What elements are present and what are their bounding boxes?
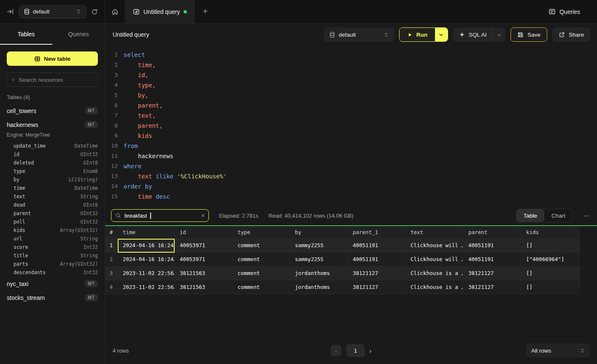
home-tab[interactable] xyxy=(105,0,125,23)
rows-per-page-value: All rows xyxy=(531,348,551,354)
column-header-type[interactable]: type xyxy=(232,226,290,239)
tab-untitled-query[interactable]: Untitled query xyxy=(125,0,195,23)
table-cell[interactable]: [] xyxy=(521,239,580,253)
code-line: 10from xyxy=(108,141,597,151)
sql-token: ilike xyxy=(156,173,173,180)
column-header-parent[interactable]: parent xyxy=(463,226,521,239)
code-text: by, xyxy=(124,90,149,100)
table-cell[interactable]: sammy2255 xyxy=(290,253,348,267)
run-button[interactable]: Run xyxy=(400,28,435,41)
table-cell[interactable]: 2023-11-02 22:56… xyxy=(118,280,175,294)
row-number[interactable]: 4 xyxy=(105,280,118,294)
table-cell[interactable]: sammy2255 xyxy=(290,239,348,253)
resource-search[interactable] xyxy=(7,73,98,87)
sidebar: Tables Queries New table Tables (4) cell… xyxy=(0,24,105,364)
table-cell[interactable]: 38121127 xyxy=(348,267,405,280)
topbar-database-selector[interactable]: default xyxy=(19,5,86,19)
more-options-button[interactable]: ⋯ xyxy=(583,212,590,220)
table-cell[interactable]: comment xyxy=(232,239,290,253)
sql-token xyxy=(124,112,138,119)
column-row: parentUInt32 xyxy=(0,209,105,218)
rows-per-page-select[interactable]: All rows xyxy=(526,343,590,358)
table-cell[interactable]: Clickhouse is a … xyxy=(405,267,463,280)
sidebar-toggle-button[interactable] xyxy=(7,8,14,15)
play-icon xyxy=(407,32,413,38)
column-row: titleString xyxy=(0,251,105,260)
save-button[interactable]: Save xyxy=(511,27,547,42)
table-cell[interactable]: 38121563 xyxy=(175,280,232,294)
line-number: 6 xyxy=(108,100,118,111)
queries-button[interactable]: Queries xyxy=(548,0,597,23)
table-cell[interactable]: [] xyxy=(521,267,580,280)
results-search-input[interactable]: breakfast × xyxy=(111,209,209,222)
table-cell[interactable]: 2024-04-16 16:24… xyxy=(118,253,175,267)
table-cell[interactable]: 40053971 xyxy=(175,253,232,267)
table-cell[interactable]: 40051191 xyxy=(348,239,405,253)
new-tab-button[interactable]: + xyxy=(195,0,215,23)
row-number[interactable]: 2 xyxy=(105,253,118,267)
column-header-kids[interactable]: kids xyxy=(521,226,580,239)
table-cell[interactable]: Clickhouse will … xyxy=(405,239,463,253)
column-header-time[interactable]: time xyxy=(118,226,175,239)
previous-page-button[interactable]: ‹ xyxy=(331,345,342,356)
row-number[interactable]: 1 xyxy=(105,239,118,253)
column-name: score xyxy=(14,244,28,250)
column-header-by[interactable]: by xyxy=(290,226,348,239)
column-type: UInt8 xyxy=(83,160,98,166)
sidebar-tab-tables[interactable]: Tables xyxy=(0,24,52,44)
sidebar-table-stocks_stream[interactable]: stocks_streamMT xyxy=(0,291,105,305)
table-cell[interactable]: jordanthoms xyxy=(290,267,348,280)
resource-search-input[interactable] xyxy=(19,77,93,83)
table-cell[interactable]: [] xyxy=(521,280,580,294)
table-cell[interactable]: comment xyxy=(232,253,290,267)
sql-editor[interactable]: 1select2 time,3 id,4 type,5 by,6 parent,… xyxy=(105,46,597,206)
column-name: title xyxy=(14,253,28,259)
table-cell[interactable]: 40051191 xyxy=(463,253,521,267)
table-cell[interactable]: 38121563 xyxy=(175,267,232,280)
table-cell[interactable]: Clickhouse will … xyxy=(405,253,463,267)
code-text: text, xyxy=(124,111,156,121)
table-cell[interactable]: 40051191 xyxy=(348,253,405,267)
share-button[interactable]: Share xyxy=(552,27,590,42)
line-number: 7 xyxy=(108,111,118,121)
table-cell[interactable]: 38121127 xyxy=(348,280,405,294)
new-table-button[interactable]: New table xyxy=(7,51,98,66)
table-cell[interactable]: comment xyxy=(232,280,290,294)
sidebar-table-hackernews[interactable]: hackernewsMT xyxy=(0,118,105,132)
column-header-num[interactable]: # xyxy=(105,226,118,239)
sql-ai-options-button[interactable] xyxy=(493,27,505,42)
column-name: text xyxy=(14,194,25,200)
table-cell[interactable]: jordanthoms xyxy=(290,280,348,294)
table-cell[interactable]: 2024-04-16 16:24… xyxy=(118,239,175,253)
next-page-button[interactable]: › xyxy=(370,347,372,354)
sidebar-table-cell_towers[interactable]: cell_towersMT xyxy=(0,104,105,118)
table-cell[interactable]: 40053971 xyxy=(175,239,232,253)
table-cell[interactable]: 38121127 xyxy=(463,280,521,294)
chevrons-updown-icon xyxy=(580,348,585,353)
table-cell[interactable]: Clickhouse is a … xyxy=(405,280,463,294)
line-number: 14 xyxy=(108,181,118,191)
column-header-parent_1[interactable]: parent_1 xyxy=(348,226,405,239)
sql-ai-label: SQL AI xyxy=(469,32,486,38)
run-options-button[interactable] xyxy=(435,28,448,41)
clear-search-button[interactable]: × xyxy=(201,212,205,219)
table-cell[interactable]: 2023-11-02 22:56… xyxy=(118,267,175,280)
column-header-text[interactable]: text xyxy=(405,226,463,239)
table-cell[interactable]: ["40066964"] xyxy=(521,253,580,267)
editor-database-selector[interactable]: default xyxy=(324,27,394,42)
line-number: 8 xyxy=(108,121,118,131)
column-header-id[interactable]: id xyxy=(175,226,232,239)
sql-token xyxy=(124,122,138,129)
table-view-button[interactable]: Table xyxy=(516,209,544,222)
sidebar-tab-queries[interactable]: Queries xyxy=(52,24,105,44)
table-cell[interactable]: 40051191 xyxy=(463,239,521,253)
chart-view-button[interactable]: Chart xyxy=(544,209,573,222)
table-cell[interactable]: comment xyxy=(232,267,290,280)
column-name: type xyxy=(14,168,25,174)
table-cell[interactable]: 38121127 xyxy=(463,267,521,280)
code-line: 7 text, xyxy=(108,111,597,121)
sql-ai-button[interactable]: SQL AI xyxy=(453,27,492,42)
sidebar-table-nyc_taxi[interactable]: nyc_taxiMT xyxy=(0,277,105,291)
row-number[interactable]: 3 xyxy=(105,267,118,280)
refresh-button[interactable] xyxy=(91,8,98,15)
